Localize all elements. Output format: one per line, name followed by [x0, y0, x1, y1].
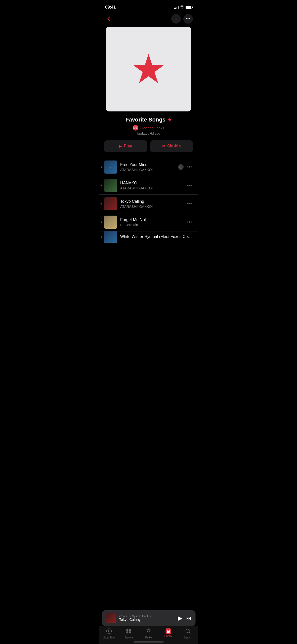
author-avatar: GADGETHACKS [133, 125, 138, 131]
more-options-button[interactable]: ••• [183, 14, 193, 24]
track-more-button[interactable]: ••• [186, 164, 193, 171]
wifi-icon [180, 5, 184, 9]
nav-actions: ••• [171, 14, 193, 24]
track-thumbnail: ♪ [104, 160, 117, 174]
battery-icon [186, 6, 192, 9]
track-artist: ATARASHII GAKKO! [120, 186, 183, 190]
track-artist: St Germain [120, 223, 183, 227]
playlist-author: GADGETHACKS Gadget Hacks [104, 125, 193, 131]
playlist-title: Favorite Songs ★ [104, 116, 193, 123]
track-thumbnail [104, 197, 117, 210]
play-icon: ▶ [119, 144, 122, 148]
play-label: Play [124, 144, 132, 148]
star-art: ★ [131, 49, 166, 89]
favorite-star-icon: ★ [167, 117, 172, 123]
track-info: Forget Me Not St Germain [120, 218, 183, 227]
track-star-icon: ★ [100, 221, 103, 224]
track-info: White Winter Hymnal (Fleet Foxes Cover) [120, 234, 193, 240]
track-info: Free Your Mind ATARASHII GAKKO! [120, 163, 175, 172]
track-title: HANAKO [120, 181, 183, 185]
track-actions: ••• [186, 182, 193, 189]
play-button[interactable]: ▶ Play [104, 140, 147, 152]
playlist-info: Favorite Songs ★ GADGETHACKS Gadget Hack… [99, 116, 198, 140]
status-bar: 09:41 [99, 0, 198, 13]
shuffle-button[interactable]: ⇄ Shuffle [150, 140, 193, 152]
shuffle-icon: ⇄ [162, 144, 165, 148]
album-art-container: ★ [99, 27, 198, 111]
track-title: Forget Me Not [120, 218, 183, 222]
track-more-button[interactable]: ••• [186, 200, 193, 208]
track-item[interactable]: ★ Forget Me Not St Germain ••• [99, 213, 198, 231]
track-thumbnail [104, 179, 117, 192]
track-info: HANAKO ATARASHII GAKKO! [120, 181, 183, 190]
track-title: Tokyo Calling [120, 199, 183, 204]
shuffle-label: Shuffle [167, 144, 181, 148]
track-star-icon: ★ [100, 235, 103, 239]
track-artist: ATARASHII GAKKO! [120, 168, 175, 172]
track-info: Tokyo Calling ATARASHII GAKKO! [120, 199, 183, 209]
track-actions: ••• [186, 200, 193, 208]
status-icons [174, 5, 192, 9]
track-star-icon: ★ [100, 202, 103, 206]
download-button[interactable] [171, 14, 181, 24]
action-buttons: ▶ Play ⇄ Shuffle [99, 140, 198, 158]
track-list: ★ ♪ Free Your Mind ATARASHII GAKKO! ••• … [99, 158, 198, 243]
updated-text: Updated 6d ago [104, 132, 193, 135]
track-star-icon: ★ [100, 166, 103, 169]
status-time: 09:41 [105, 5, 116, 10]
signal-icon [174, 6, 179, 9]
track-download-icon[interactable] [178, 164, 184, 170]
track-thumbnail [104, 216, 117, 229]
back-button[interactable] [104, 14, 113, 23]
track-title: Free Your Mind [120, 163, 175, 167]
author-name[interactable]: Gadget Hacks [140, 126, 164, 130]
track-item[interactable]: ★ ♪ Free Your Mind ATARASHII GAKKO! ••• [99, 158, 198, 176]
track-actions: ••• [186, 219, 193, 226]
nav-bar: ••• [99, 13, 198, 27]
track-artist: ATARASHII GAKKO! [120, 205, 183, 209]
album-art: ★ [106, 27, 191, 111]
track-more-button[interactable]: ••• [186, 182, 193, 189]
track-title: White Winter Hymnal (Fleet Foxes Cover) [120, 234, 193, 239]
track-thumbnail [104, 231, 117, 243]
track-item[interactable]: ★ White Winter Hymnal (Fleet Foxes Cover… [99, 231, 198, 243]
track-item[interactable]: ★ Tokyo Calling ATARASHII GAKKO! ••• [99, 195, 198, 213]
track-actions: ••• [178, 164, 193, 171]
track-star-icon: ★ [100, 184, 103, 187]
track-item[interactable]: ★ HANAKO ATARASHII GAKKO! ••• [99, 176, 198, 195]
track-more-button[interactable]: ••• [186, 219, 193, 226]
